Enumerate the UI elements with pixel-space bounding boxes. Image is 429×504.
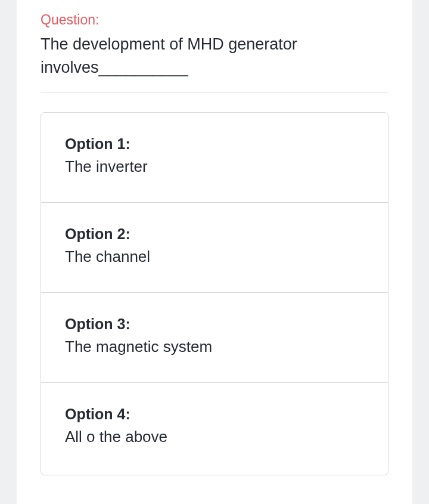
option-4[interactable]: Option 4: All o the above — [41, 383, 388, 475]
option-text: All o the above — [65, 428, 364, 446]
option-1[interactable]: Option 1: The inverter — [41, 113, 388, 203]
option-text: The inverter — [65, 157, 364, 176]
question-card: Question: The development of MHD generat… — [17, 0, 412, 504]
question-text: The development of MHD generator involve… — [41, 33, 388, 79]
option-text: The magnetic system — [65, 338, 364, 356]
option-3[interactable]: Option 3: The magnetic system — [41, 293, 388, 383]
question-label: Question: — [41, 12, 388, 28]
option-text: The channel — [65, 248, 364, 266]
option-label: Option 2: — [65, 225, 364, 243]
divider — [41, 92, 388, 93]
option-2[interactable]: Option 2: The channel — [41, 203, 388, 293]
option-label: Option 3: — [65, 316, 364, 333]
options-container: Option 1: The inverter Option 2: The cha… — [41, 112, 388, 475]
option-label: Option 1: — [65, 135, 364, 153]
option-label: Option 4: — [65, 406, 364, 423]
